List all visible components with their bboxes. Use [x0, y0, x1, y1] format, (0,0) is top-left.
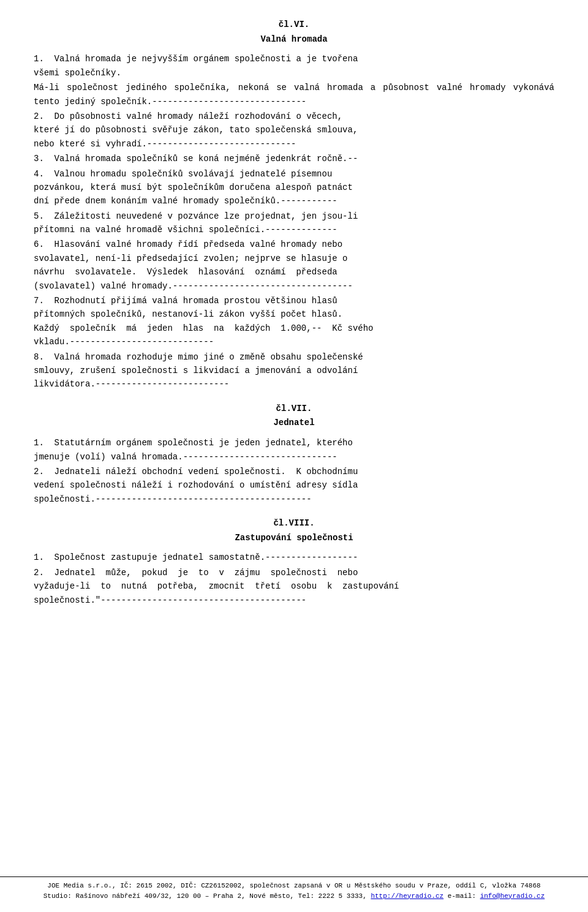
- footer-email-link[interactable]: info@heyradio.cz: [480, 892, 545, 900]
- section-8-p2: 2. Jednatel může, pokud je to v zájmu sp…: [34, 566, 554, 607]
- footer-line-2: Studio: Rašínovo nábřeží 409/32, 120 00 …: [18, 891, 570, 902]
- page-footer: JOE Media s.r.o., IČ: 2615 2002, DIČ: CZ…: [0, 876, 588, 901]
- section-8-p1: 1. Společnost zastupuje jednatel samosta…: [34, 551, 554, 564]
- footer-line-1: JOE Media s.r.o., IČ: 2615 2002, DIČ: CZ…: [18, 881, 570, 891]
- section-6-p5: 4. Valnou hromadu společníků svolávají j…: [34, 167, 554, 208]
- section-6-title: Valná hromada: [34, 33, 554, 47]
- section-6-p7: 6. Hlasování valné hromady řídí předseda…: [34, 238, 554, 293]
- section-8-title: Zastupování společnosti: [34, 532, 554, 545]
- footer-website-link[interactable]: http://heyradio.cz: [371, 892, 443, 900]
- document-content: čl.VI. Valná hromada 1. Valná hromada je…: [34, 18, 554, 607]
- section-6-p3: 2. Do působnosti valné hromady náleží ro…: [34, 110, 554, 151]
- section-7: čl.VII. Jednatel 1. Statutárním orgánem …: [34, 402, 554, 506]
- footer-email-label: e-mail:: [443, 892, 480, 900]
- section-8-heading: čl.VIII.: [34, 517, 554, 530]
- footer-studio-text: Studio: Rašínovo nábřeží 409/32, 120 00 …: [43, 892, 371, 900]
- section-7-p1: 1. Statutárním orgánem společnosti je je…: [34, 436, 554, 464]
- page-container: čl.VI. Valná hromada 1. Valná hromada je…: [0, 0, 588, 912]
- section-7-p2: 2. Jednateli náleží obchodní vedení spol…: [34, 465, 554, 506]
- section-7-title: Jednatel: [34, 416, 554, 430]
- section-7-heading: čl.VII.: [34, 402, 554, 416]
- section-6-p9: 8. Valná hromada rozhoduje mimo jiné o z…: [34, 350, 554, 391]
- section-6-heading: čl.VI.: [34, 18, 554, 32]
- section-6: čl.VI. Valná hromada 1. Valná hromada je…: [34, 18, 554, 391]
- section-6-p2: Má-li společnost jediného společníka, ne…: [34, 81, 554, 108]
- section-6-p1: 1. Valná hromada je nejvyšším orgánem sp…: [34, 52, 554, 80]
- section-6-p8: 7. Rozhodnutí přijímá valná hromada pros…: [34, 294, 554, 349]
- section-6-p4: 3. Valná hromada společníků se koná nejm…: [34, 152, 554, 165]
- section-8: čl.VIII. Zastupování společnosti 1. Spol…: [34, 517, 554, 607]
- section-6-p6: 5. Záležitosti neuvedené v pozvánce lze …: [34, 209, 554, 237]
